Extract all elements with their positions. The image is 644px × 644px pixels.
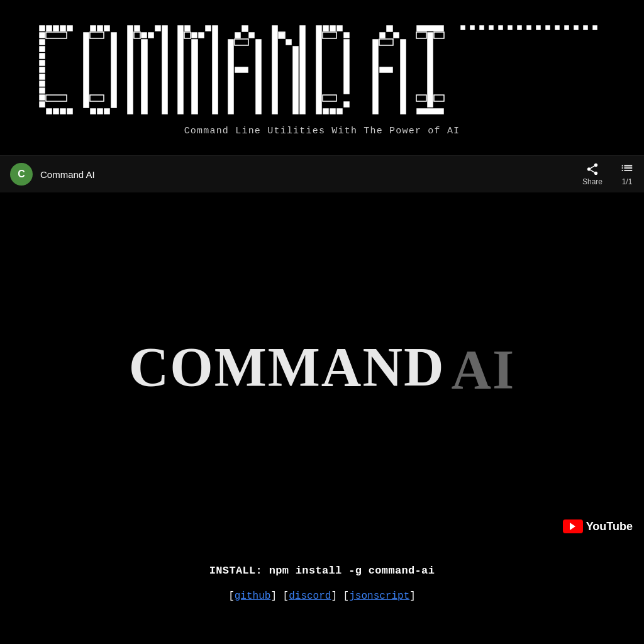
svg-rect-88 — [460, 25, 465, 30]
svg-rect-64 — [330, 25, 336, 31]
svg-rect-69 — [323, 108, 329, 114]
svg-rect-37 — [148, 32, 154, 38]
svg-rect-52 — [228, 39, 234, 114]
svg-rect-56 — [272, 25, 278, 114]
video-ai-text: AI — [451, 338, 515, 401]
svg-rect-32 — [127, 25, 133, 114]
bottom-section: INSTALL: npm install -g command-ai [gith… — [0, 545, 644, 627]
svg-rect-39 — [134, 32, 140, 38]
svg-rect-101 — [583, 25, 588, 30]
video-player[interactable]: COMMAND AI YouTube — [0, 192, 644, 545]
svg-rect-20 — [46, 32, 67, 38]
svg-rect-76 — [393, 32, 399, 38]
playlist-label: 1/1 — [622, 177, 633, 186]
svg-rect-80 — [379, 39, 393, 45]
share-label: Share — [582, 177, 602, 186]
svg-rect-55 — [235, 39, 248, 45]
svg-rect-85 — [434, 32, 444, 38]
svg-rect-79 — [379, 67, 393, 73]
svg-rect-86 — [416, 95, 426, 101]
svg-rect-38 — [141, 39, 148, 114]
svg-rect-5 — [39, 32, 45, 38]
svg-rect-63 — [323, 25, 329, 31]
svg-rect-47 — [191, 39, 198, 114]
github-link[interactable]: github — [235, 591, 271, 602]
video-actions: Share 1/1 — [582, 162, 634, 186]
svg-rect-92 — [498, 25, 503, 30]
svg-rect-23 — [97, 25, 103, 31]
svg-rect-98 — [555, 25, 560, 30]
youtube-label: YouTube — [586, 520, 633, 533]
svg-rect-93 — [508, 25, 513, 30]
svg-rect-22 — [90, 25, 96, 31]
svg-rect-9 — [39, 60, 45, 66]
svg-rect-58 — [279, 32, 285, 38]
svg-rect-15 — [39, 101, 45, 108]
svg-rect-1 — [46, 25, 52, 31]
svg-rect-78 — [400, 39, 406, 114]
svg-rect-21 — [46, 95, 67, 101]
svg-rect-49 — [242, 25, 248, 32]
svg-rect-77 — [372, 39, 379, 114]
svg-rect-6 — [39, 39, 45, 45]
svg-rect-42 — [212, 25, 218, 114]
svg-rect-53 — [255, 39, 262, 114]
svg-rect-18 — [60, 108, 66, 114]
svg-rect-89 — [470, 25, 475, 30]
svg-rect-17 — [53, 108, 59, 114]
svg-rect-28 — [97, 108, 103, 114]
svg-rect-41 — [177, 25, 184, 114]
playlist-icon — [620, 162, 634, 176]
svg-rect-31 — [90, 95, 104, 101]
share-icon — [586, 162, 599, 176]
discord-link[interactable]: discord — [289, 591, 331, 602]
video-header-bar: C Command AI Share 1/1 — [0, 155, 644, 192]
svg-rect-95 — [526, 25, 531, 30]
svg-rect-44 — [205, 25, 211, 31]
svg-rect-50 — [235, 32, 241, 38]
bracket-close: ] — [409, 591, 416, 602]
svg-rect-0 — [39, 25, 45, 31]
svg-rect-24 — [104, 25, 110, 31]
svg-rect-35 — [155, 25, 161, 31]
svg-rect-14 — [39, 94, 45, 101]
svg-rect-16 — [46, 108, 52, 114]
svg-rect-3 — [60, 25, 66, 31]
share-button[interactable]: Share — [582, 162, 602, 186]
bracket-mid-2: ] [ — [331, 591, 349, 602]
pixel-logo: .pb { fill: #fff; stroke: #000; stroke-w… — [33, 19, 611, 119]
svg-rect-90 — [479, 25, 484, 30]
svg-rect-60 — [292, 46, 299, 114]
svg-rect-67 — [343, 39, 350, 94]
svg-rect-43 — [184, 25, 191, 31]
svg-rect-62 — [316, 25, 322, 114]
svg-rect-71 — [336, 108, 343, 114]
svg-rect-83 — [416, 108, 444, 114]
channel-info: C Command AI — [10, 163, 95, 186]
svg-rect-91 — [489, 25, 494, 30]
channel-name: Command AI — [40, 169, 95, 180]
svg-rect-81 — [416, 25, 444, 31]
bracket-open-1: [ — [228, 591, 235, 602]
svg-rect-54 — [235, 67, 248, 73]
jsonscript-link[interactable]: jsonscript — [349, 591, 409, 602]
svg-rect-94 — [517, 25, 522, 30]
svg-rect-11 — [39, 74, 45, 80]
links-row: [github] [discord] [jsonscript] — [25, 591, 619, 602]
svg-rect-8 — [39, 53, 45, 59]
svg-rect-4 — [67, 25, 73, 31]
playlist-button[interactable]: 1/1 — [620, 162, 634, 186]
svg-rect-29 — [104, 108, 110, 114]
svg-rect-75 — [379, 32, 386, 38]
svg-rect-26 — [111, 32, 117, 108]
youtube-icon — [563, 519, 583, 533]
svg-rect-36 — [141, 32, 147, 38]
svg-rect-46 — [198, 32, 204, 38]
video-command-text: COMMAND — [129, 335, 445, 399]
svg-rect-96 — [536, 25, 541, 30]
svg-rect-102 — [592, 25, 597, 30]
svg-rect-19 — [67, 108, 73, 114]
svg-rect-30 — [90, 32, 104, 38]
svg-rect-51 — [248, 32, 255, 38]
install-command: INSTALL: npm install -g command-ai — [25, 565, 619, 577]
